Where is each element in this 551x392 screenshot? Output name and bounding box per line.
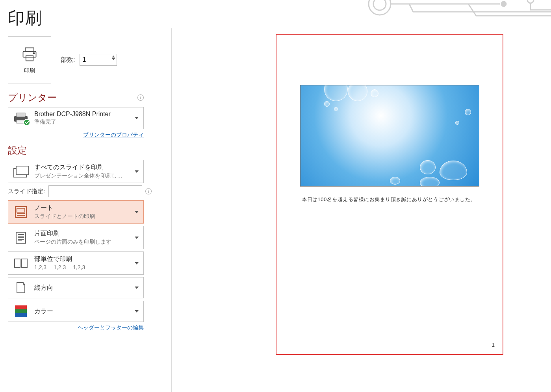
chevron-down-icon [135, 287, 139, 289]
svg-point-3 [527, 0, 534, 3]
svg-rect-9 [17, 113, 25, 117]
svg-point-1 [373, 0, 386, 10]
slides-stack-icon [12, 165, 30, 179]
print-preview: 本日は100名を超える皆様にお集まり頂き誠にありがとうございました。 1 [276, 34, 503, 355]
vertical-divider [171, 28, 172, 392]
slide-range-label: スライド指定: [8, 188, 45, 195]
copies-field[interactable] [80, 54, 117, 66]
notes-layout-icon [12, 205, 30, 219]
sides-sub: ページの片面のみを印刷します [34, 239, 139, 246]
svg-rect-14 [17, 208, 25, 212]
settings-heading: 設定 [8, 144, 27, 157]
header-footer-link[interactable]: ヘッダーとフッターの編集 [78, 324, 144, 331]
printer-heading: プリンター [8, 91, 57, 104]
collate-sub: 1,2,3 1,2,3 1,2,3 [34, 264, 139, 271]
info-icon[interactable]: i [145, 188, 152, 194]
copies-input[interactable] [82, 56, 106, 63]
collate-selector[interactable]: 部単位で印刷 1,2,3 1,2,3 1,2,3 [8, 251, 144, 275]
printer-properties-link[interactable]: プリンターのプロパティ [83, 131, 144, 138]
color-swatch-icon [12, 304, 30, 318]
collate-title: 部単位で印刷 [34, 255, 139, 263]
chevron-down-icon [135, 310, 139, 312]
info-icon[interactable]: i [137, 94, 144, 101]
print-range-selector[interactable]: すべてのスライドを印刷 プレゼンテーション全体を印刷し… [8, 160, 144, 183]
orientation-title: 縦方向 [34, 284, 53, 292]
color-title: カラー [34, 307, 53, 316]
layout-title: ノート [34, 204, 139, 212]
print-range-sub: プレゼンテーション全体を印刷し… [34, 172, 139, 179]
chevron-down-icon [135, 262, 139, 264]
svg-point-2 [501, 2, 506, 6]
print-button-label: 印刷 [24, 67, 35, 74]
copies-increase[interactable] [112, 55, 115, 57]
chevron-down-icon [135, 237, 139, 239]
printer-status: 準備完了 [34, 118, 139, 126]
svg-rect-12 [16, 166, 29, 175]
note-text: 本日は100名を超える皆様にお集まり頂き誠にありがとうございました。 [302, 196, 476, 203]
orientation-selector[interactable]: 縦方向 [8, 277, 144, 298]
svg-rect-5 [23, 51, 36, 57]
printer-selector[interactable]: Brother DCP-J988N Printer 準備完了 [8, 107, 144, 129]
decorative-circuit [334, 0, 551, 28]
svg-point-0 [369, 0, 391, 15]
printer-name: Brother DCP-J988N Printer [34, 111, 139, 118]
print-button[interactable]: 印刷 [8, 36, 51, 83]
one-sided-icon [12, 231, 30, 245]
svg-rect-23 [15, 259, 20, 268]
check-icon [23, 119, 30, 126]
copies-label: 部数: [61, 56, 75, 64]
chevron-down-icon [135, 211, 139, 213]
print-range-title: すべてのスライドを印刷 [34, 163, 139, 172]
copies-decrease[interactable] [112, 58, 115, 60]
svg-rect-4 [25, 48, 34, 51]
printer-device-icon [12, 111, 30, 125]
slide-range-input[interactable] [48, 185, 142, 197]
portrait-icon [12, 281, 30, 295]
printer-icon [21, 46, 38, 64]
page-number: 1 [492, 342, 495, 348]
sides-selector[interactable]: 片面印刷 ページの片面のみを印刷します [8, 226, 144, 249]
svg-point-7 [33, 52, 35, 54]
slide-thumbnail [300, 85, 479, 187]
chevron-down-icon [135, 117, 139, 119]
collate-icon [12, 256, 30, 270]
layout-selector[interactable]: ノート スライドとノートの印刷 [8, 200, 144, 224]
color-selector[interactable]: カラー [8, 301, 144, 322]
svg-rect-24 [22, 259, 27, 268]
svg-rect-6 [26, 55, 33, 61]
chevron-down-icon [135, 170, 139, 173]
page-title: 印刷 [8, 7, 161, 29]
sides-title: 片面印刷 [34, 229, 139, 238]
layout-sub: スライドとノートの印刷 [34, 213, 139, 220]
